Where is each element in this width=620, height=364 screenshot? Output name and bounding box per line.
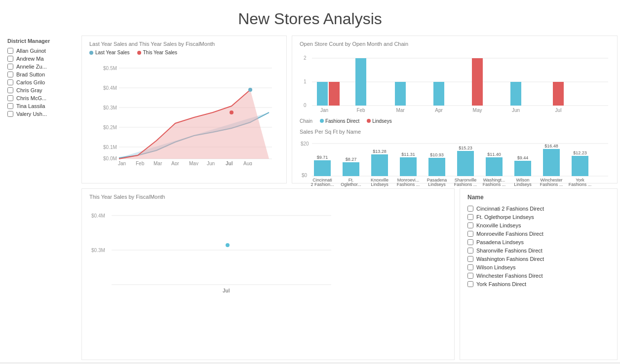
sidebar-manager-item[interactable]: Brad Sutton (7, 72, 72, 77)
legend-last-year: Last Year Sales (89, 50, 130, 55)
svg-text:$0.3M: $0.3M (103, 105, 117, 110)
sidebar-manager-item[interactable]: Allan Guinot (7, 48, 72, 54)
manager-checkbox[interactable] (7, 72, 13, 77)
name-list-item[interactable]: Pasadena Lindseys (467, 239, 610, 245)
svg-text:$11.31: $11.31 (401, 152, 415, 157)
fashions-direct-legend: Fashions Direct (320, 118, 359, 124)
sidebar-manager-item[interactable]: Annelie Zu... (7, 64, 72, 70)
svg-text:1: 1 (304, 79, 307, 84)
name-checkbox[interactable] (467, 214, 473, 220)
svg-text:$0.5M: $0.5M (103, 66, 117, 71)
svg-rect-49 (314, 160, 331, 176)
top-panels: Last Year Sales and This Year Sales by F… (79, 33, 620, 186)
manager-name: Allan Guinot (16, 48, 46, 54)
svg-marker-13 (119, 90, 269, 159)
manager-checkbox[interactable] (7, 64, 13, 70)
name-list-item[interactable]: Ft. Oglethorpe Lindseys (467, 214, 610, 220)
svg-rect-31 (329, 82, 340, 106)
store-name-label: Monroeville Fashions Direct (476, 231, 543, 237)
svg-text:May: May (189, 161, 198, 165)
svg-text:$11.40: $11.40 (487, 152, 501, 157)
svg-text:0: 0 (304, 103, 307, 108)
svg-text:$12.23: $12.23 (573, 150, 587, 155)
chain-label: Chain (300, 118, 312, 124)
manager-checkbox[interactable] (7, 103, 13, 109)
sidebar-manager-item[interactable]: Tina Lassila (7, 103, 72, 109)
name-checkbox[interactable] (467, 206, 473, 212)
manager-checkbox[interactable] (7, 111, 13, 117)
name-list-item[interactable]: Wilson Lindseys (467, 264, 610, 270)
store-name-label: Cincinnati 2 Fashions Direct (476, 206, 544, 212)
svg-text:$13.28: $13.28 (373, 149, 387, 154)
svg-text:Jul: Jul (223, 288, 230, 293)
svg-text:Mar: Mar (396, 108, 405, 113)
store-name-label: York Fashions Direct (476, 281, 526, 287)
name-list-item[interactable]: Washington Fashions Direct (467, 256, 610, 262)
last-year-label: Last Year Sales (95, 50, 130, 55)
svg-text:$0.4M: $0.4M (103, 85, 117, 91)
name-list-item[interactable]: York Fashions Direct (467, 281, 610, 287)
name-checkbox[interactable] (467, 273, 473, 279)
manager-name: Andrew Ma (16, 56, 44, 62)
name-list-item[interactable]: Monroeville Fashions Direct (467, 231, 610, 237)
this-year-dot (137, 51, 141, 55)
svg-rect-61 (400, 157, 417, 176)
svg-text:Apr: Apr (171, 161, 179, 165)
svg-text:Mar: Mar (154, 161, 162, 165)
page-title: New Stores Analysis (0, 0, 620, 33)
svg-text:$9.71: $9.71 (317, 155, 328, 160)
svg-rect-77 (514, 161, 531, 176)
name-checkbox[interactable] (467, 222, 473, 228)
name-list-item[interactable]: Winchester Fashions Direct (467, 273, 610, 279)
store-name-label: Wilson Lindseys (476, 264, 515, 270)
bottom-line-title: This Year Sales by FiscalMonth (89, 194, 447, 200)
lindseys-legend: Lindseys (367, 118, 391, 124)
sidebar-manager-item[interactable]: Chris McG... (7, 95, 72, 101)
name-list-title: Name (467, 194, 610, 201)
name-list-panel: Name Cincinnati 2 Fashions Direct Ft. Og… (460, 188, 618, 360)
svg-text:May: May (473, 108, 482, 113)
svg-text:Jan: Jan (118, 161, 126, 165)
right-top-panel: Open Store Count by Open Month and Chain… (292, 36, 618, 183)
svg-rect-69 (457, 151, 474, 176)
sales-sqft-title: Sales Per Sq Ft by Name (300, 129, 610, 135)
svg-text:Feb: Feb (356, 108, 365, 113)
svg-text:$20: $20 (301, 141, 309, 146)
manager-checkbox[interactable] (7, 79, 13, 85)
sidebar: District Manager Allan Guinot Andrew Ma … (0, 33, 79, 363)
store-name-label: Ft. Oglethorpe Lindseys (476, 214, 534, 220)
store-name-label: Winchester Fashions Direct (476, 273, 543, 279)
svg-rect-35 (472, 58, 483, 106)
name-checkbox[interactable] (467, 264, 473, 270)
name-list-item[interactable]: Sharonville Fashions Direct (467, 248, 610, 254)
manager-checkbox[interactable] (7, 48, 13, 54)
svg-text:$0.3M: $0.3M (91, 248, 105, 253)
svg-text:2: 2 (304, 55, 307, 61)
manager-checkbox[interactable] (7, 95, 13, 101)
manager-checkbox[interactable] (7, 56, 13, 62)
svg-text:Apr: Apr (435, 108, 443, 113)
svg-rect-34 (433, 82, 444, 106)
name-list-item[interactable]: Cincinnati 2 Fashions Direct (467, 206, 610, 212)
svg-point-15 (230, 110, 233, 114)
svg-point-94 (226, 243, 230, 247)
name-list-item[interactable]: Knoxville Lindseys (467, 222, 610, 228)
sidebar-manager-item[interactable]: Valery Ush... (7, 111, 72, 117)
manager-name: Tina Lassila (16, 103, 45, 109)
manager-name: Chris Gray (16, 87, 42, 93)
name-checkbox[interactable] (467, 281, 473, 287)
svg-text:$15.23: $15.23 (459, 146, 472, 150)
name-checkbox[interactable] (467, 239, 473, 245)
manager-checkbox[interactable] (7, 87, 13, 93)
sidebar-manager-item[interactable]: Carlos Grilo (7, 79, 72, 85)
sidebar-manager-item[interactable]: Chris Gray (7, 87, 72, 93)
sidebar-manager-item[interactable]: Andrew Ma (7, 56, 72, 62)
svg-text:$0.0M: $0.0M (103, 156, 117, 161)
name-checkbox[interactable] (467, 248, 473, 254)
manager-name: Valery Ush... (16, 111, 47, 117)
manager-list: Allan Guinot Andrew Ma Annelie Zu... Bra… (7, 48, 72, 117)
name-checkbox[interactable] (467, 256, 473, 262)
manager-name: Chris McG... (16, 95, 46, 101)
svg-text:$10.93: $10.93 (430, 152, 444, 157)
name-checkbox[interactable] (467, 231, 473, 237)
